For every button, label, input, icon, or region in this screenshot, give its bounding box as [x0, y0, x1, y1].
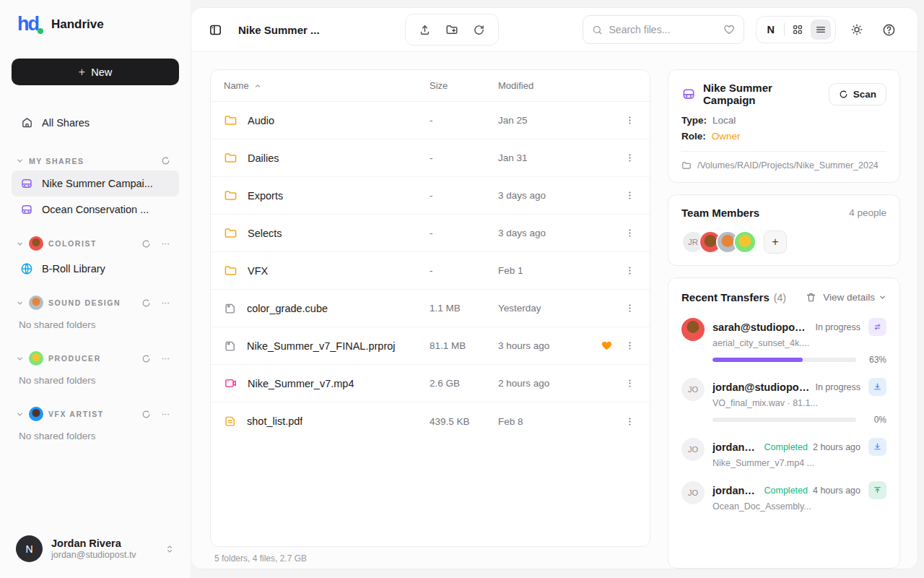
- user-account[interactable]: N Jordan Rivera jordan@studiopost.tv: [12, 531, 179, 566]
- sync-icon: [868, 318, 886, 336]
- transfer-item[interactable]: sarah@studiopost.tv In progress aerial_c…: [681, 318, 886, 365]
- folder-icon: [224, 151, 237, 165]
- chevron-down-icon: [16, 355, 24, 363]
- table-row-mp4[interactable]: Nike_Summer_v7.mp4 2.6 GB 2 hours ago: [211, 365, 650, 402]
- empty-note: No shared folders: [12, 426, 179, 449]
- sidebar-item-ocean-conservation[interactable]: Ocean Conservation ...: [12, 197, 179, 223]
- transfer-item[interactable]: JO jordan@st... Completed 2 hours ago Ni…: [681, 438, 886, 468]
- account-switcher-icon[interactable]: [165, 544, 175, 554]
- table-row-pdf[interactable]: shot_list.pdf 439.5 KB Feb 8: [211, 402, 650, 440]
- refresh-button[interactable]: [468, 20, 489, 40]
- sidebar-item-broll-library[interactable]: B-Roll Library: [12, 256, 179, 282]
- section-header-producer[interactable]: PRODUCER: [12, 346, 179, 371]
- share-details-card: Nike Summer Campaign Scan Type:Local Rol…: [668, 69, 900, 183]
- row-menu-button[interactable]: [623, 264, 637, 277]
- refresh-icon[interactable]: [141, 298, 151, 308]
- add-member-button[interactable]: +: [764, 230, 787, 254]
- progress-label: 0%: [865, 415, 886, 425]
- clear-transfers-button[interactable]: [803, 290, 819, 305]
- download-icon: [868, 378, 886, 396]
- refresh-icon[interactable]: [141, 354, 151, 363]
- refresh-icon[interactable]: [161, 156, 170, 165]
- plus-icon: +: [79, 66, 85, 79]
- drive-icon: [20, 203, 33, 216]
- section-header-my-shares[interactable]: MY SHARES: [12, 151, 179, 171]
- table-row-prproj[interactable]: Nike_Summer_v7_FINAL.prproj 81.1 MB 3 ho…: [211, 327, 650, 365]
- recent-transfers-card: Recent Transfers (4) View details: [668, 277, 900, 569]
- refresh-icon[interactable]: [141, 239, 151, 249]
- folder-icon: [224, 189, 237, 202]
- brand: hd Handrive: [12, 14, 179, 34]
- upload-button[interactable]: [414, 20, 435, 40]
- completed-badge: Completed: [764, 486, 808, 496]
- table-row-selects[interactable]: Selects - 3 days ago: [211, 215, 650, 252]
- grid-view-button[interactable]: [788, 20, 808, 40]
- view-details-button[interactable]: View details: [823, 292, 886, 303]
- row-menu-button[interactable]: [623, 339, 637, 353]
- user-email: jordan@studiopost.tv: [51, 550, 156, 560]
- section-header-vfx-artist[interactable]: VFX ARTIST: [12, 402, 179, 426]
- share-path: /Volumes/RAID/Projects/Nike_Summer_2024: [681, 151, 886, 171]
- type-row: Type:Local: [681, 115, 886, 126]
- avatar-jo: JO: [681, 378, 705, 401]
- table-row-exports[interactable]: Exports - 3 days ago: [211, 177, 650, 215]
- toolbar: Nike Summer ... N: [191, 8, 918, 52]
- sidebar-item-nike-summer[interactable]: Nike Summer Campai...: [12, 171, 179, 197]
- progress-bar: [712, 358, 856, 362]
- table-row-color-grade-cube[interactable]: color_grade.cube 1.1 MB Yesterday: [211, 290, 650, 327]
- column-size[interactable]: Size: [430, 80, 498, 91]
- section-header-sound-design[interactable]: SOUND DESIGN: [12, 290, 179, 315]
- status-bar: 5 folders, 4 files, 2.7 GB: [210, 547, 650, 569]
- sidebar-toggle-icon[interactable]: [209, 23, 222, 37]
- row-menu-button[interactable]: [623, 189, 637, 202]
- file-table: Name Size Modified Audio - Jan 25 Dai: [210, 69, 650, 547]
- column-name[interactable]: Name: [224, 80, 249, 91]
- table-row-dailies[interactable]: Dailies - Jan 31: [211, 139, 650, 177]
- row-menu-button[interactable]: [623, 151, 637, 165]
- column-modified[interactable]: Modified: [498, 80, 590, 91]
- empty-note: No shared folders: [12, 315, 179, 337]
- transfer-item[interactable]: JO jordan@studiopost.tv In progress VO_f…: [681, 378, 886, 425]
- team-count: 4 people: [849, 207, 886, 218]
- favorites-filter-icon[interactable]: [723, 24, 735, 35]
- folder-icon: [681, 160, 692, 171]
- progress-label: 63%: [865, 355, 886, 365]
- file-icon: [224, 340, 237, 353]
- new-folder-button[interactable]: [441, 19, 463, 40]
- row-menu-button[interactable]: [623, 113, 637, 127]
- transfer-item[interactable]: JO jordan@st... Completed 4 hours ago Oc…: [681, 481, 886, 512]
- sidebar-item-all-shares[interactable]: All Shares: [12, 110, 179, 135]
- avatar-vfx-artist: [29, 407, 43, 421]
- workspace-button[interactable]: N: [761, 21, 781, 38]
- completed-badge: Completed: [764, 442, 808, 452]
- content-area: Name Size Modified Audio - Jan 25 Dai: [191, 52, 918, 569]
- help-button[interactable]: [878, 19, 900, 41]
- more-icon[interactable]: [161, 239, 170, 249]
- row-menu-button[interactable]: [623, 415, 637, 428]
- more-icon[interactable]: [161, 298, 170, 308]
- row-menu-button[interactable]: [623, 301, 637, 315]
- search-input[interactable]: [609, 24, 717, 35]
- type-value: Local: [712, 115, 736, 126]
- transfers-count: (4): [774, 292, 786, 303]
- table-header: Name Size Modified: [211, 70, 650, 102]
- favorite-heart-icon[interactable]: [601, 340, 613, 352]
- team-members-card: Team Members 4 people JR +: [668, 194, 900, 266]
- table-row-vfx[interactable]: VFX - Feb 1: [211, 252, 650, 290]
- more-icon[interactable]: [161, 354, 170, 363]
- avatar-producer: [29, 351, 43, 366]
- chevron-down-icon: [16, 240, 24, 248]
- section-header-colorist[interactable]: COLORIST: [12, 231, 179, 256]
- row-menu-button[interactable]: [623, 376, 637, 390]
- scan-button[interactable]: Scan: [829, 83, 886, 105]
- more-icon[interactable]: [161, 410, 170, 419]
- avatar-sarah: [681, 318, 705, 341]
- avatar-jo: JO: [681, 438, 705, 461]
- list-view-button[interactable]: [811, 20, 831, 40]
- member-avatar-producer[interactable]: [733, 230, 757, 254]
- theme-toggle-button[interactable]: [846, 19, 868, 40]
- refresh-icon[interactable]: [141, 410, 151, 419]
- row-menu-button[interactable]: [623, 226, 637, 240]
- table-row-audio[interactable]: Audio - Jan 25: [211, 102, 650, 139]
- new-button[interactable]: + New: [12, 59, 179, 85]
